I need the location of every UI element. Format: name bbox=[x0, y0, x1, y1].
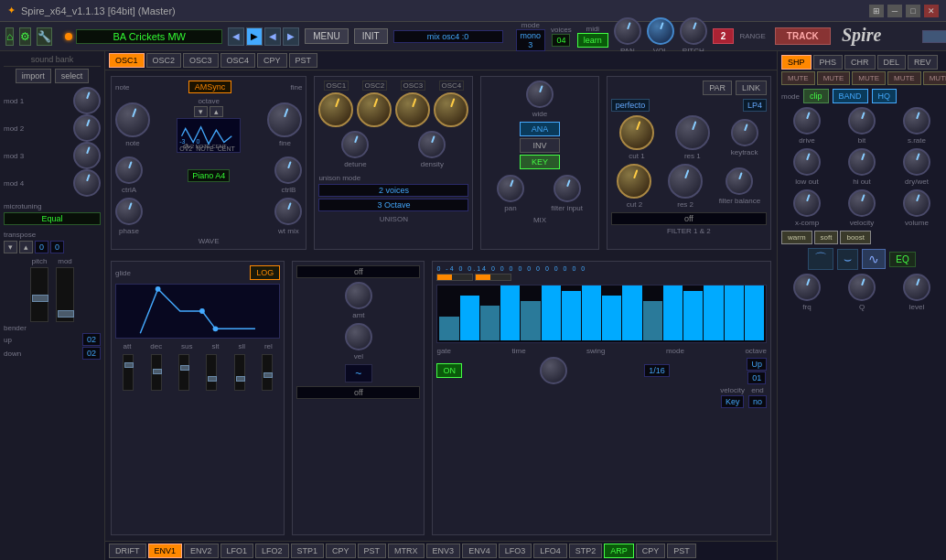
mute5-btn[interactable]: MUTE bbox=[923, 71, 946, 85]
soft-btn[interactable]: soft bbox=[814, 231, 839, 244]
transpose-down-btn[interactable]: ▾ bbox=[4, 241, 17, 253]
inv-btn[interactable]: INV bbox=[520, 138, 560, 153]
lfo2-tab[interactable]: LFO2 bbox=[255, 544, 289, 558]
arp-bar-9[interactable] bbox=[622, 285, 641, 340]
drive-knob[interactable] bbox=[793, 107, 821, 135]
mod2-knob[interactable] bbox=[73, 114, 101, 142]
log-btn[interactable]: LOG bbox=[250, 265, 280, 280]
filter-type2[interactable]: LP4 bbox=[743, 99, 767, 112]
frq-knob[interactable] bbox=[793, 274, 821, 301]
att-slider[interactable] bbox=[123, 354, 134, 391]
eq-btn[interactable]: EQ bbox=[889, 252, 915, 267]
wt-mix-knob[interactable] bbox=[274, 198, 302, 225]
lfo3-tab[interactable]: LFO3 bbox=[499, 544, 532, 558]
lfo-shape3-btn[interactable]: ∿ bbox=[862, 249, 886, 269]
res1-knob[interactable] bbox=[675, 115, 710, 150]
clip-btn[interactable]: clip bbox=[803, 89, 829, 103]
lfo-vel-knob[interactable] bbox=[345, 323, 372, 350]
minimize-btn[interactable]: ─ bbox=[887, 5, 902, 17]
arp-bar-10[interactable] bbox=[643, 301, 662, 340]
arp-bar-4[interactable] bbox=[521, 301, 540, 340]
bit-knob[interactable] bbox=[848, 107, 876, 135]
arp-bar-14[interactable] bbox=[725, 285, 744, 340]
wide-knob[interactable] bbox=[526, 81, 554, 108]
slt-slider[interactable] bbox=[206, 354, 217, 391]
cpy-bottom2-tab[interactable]: CPY bbox=[636, 544, 666, 558]
close-btn[interactable]: ✕ bbox=[924, 5, 939, 17]
track-btn[interactable]: TRACK bbox=[775, 27, 831, 45]
menu-button[interactable]: MENU bbox=[305, 28, 348, 44]
mute3-btn[interactable]: MUTE bbox=[852, 71, 886, 85]
hq-btn[interactable]: HQ bbox=[872, 89, 898, 103]
ctrlA-knob[interactable] bbox=[115, 156, 143, 184]
sus-slider[interactable] bbox=[178, 354, 189, 391]
select-btn[interactable]: select bbox=[55, 69, 90, 83]
osc3-level-knob[interactable] bbox=[395, 92, 430, 127]
cut1-knob[interactable] bbox=[619, 115, 654, 150]
dec-slider[interactable] bbox=[151, 354, 162, 391]
arp-bar-1[interactable] bbox=[460, 296, 479, 340]
mute1-btn[interactable]: MUTE bbox=[781, 71, 815, 85]
vol-knob[interactable] bbox=[647, 17, 674, 45]
lfo1-tab[interactable]: LFO1 bbox=[220, 544, 254, 558]
lfo-shape2-btn[interactable]: ⌣ bbox=[837, 249, 858, 270]
prev-preset-btn[interactable]: ◀ bbox=[228, 27, 244, 46]
del-tab[interactable]: DEL bbox=[877, 55, 907, 70]
arp-bar-12[interactable] bbox=[683, 291, 703, 340]
rel-slider[interactable] bbox=[262, 354, 273, 391]
prev-preset2-btn[interactable]: ◀ bbox=[264, 27, 281, 46]
octave-down-btn[interactable]: ▾ bbox=[194, 106, 208, 117]
mute4-btn[interactable]: MUTE bbox=[887, 71, 921, 85]
phase-knob[interactable] bbox=[115, 198, 143, 225]
boost-btn[interactable]: boost bbox=[840, 231, 871, 244]
osc4-tab[interactable]: OSC4 bbox=[220, 53, 256, 68]
midi-learn-btn[interactable]: learn bbox=[577, 33, 608, 48]
env2-tab[interactable]: ENV2 bbox=[184, 544, 219, 558]
mod4-knob[interactable] bbox=[73, 169, 101, 197]
keytrack-knob[interactable] bbox=[731, 119, 758, 146]
mute2-btn[interactable]: MUTE bbox=[817, 71, 851, 85]
warm-btn[interactable]: warm bbox=[781, 231, 812, 244]
par-btn[interactable]: PAR bbox=[703, 81, 732, 95]
ctrlB-knob[interactable] bbox=[274, 156, 302, 184]
balance-knob[interactable] bbox=[726, 167, 753, 195]
arp-bar-8[interactable] bbox=[602, 296, 621, 340]
cut2-knob[interactable] bbox=[617, 164, 651, 199]
next-preset-btn[interactable]: ▶ bbox=[246, 27, 263, 46]
note-knob[interactable] bbox=[115, 102, 150, 137]
low-out-knob[interactable] bbox=[793, 148, 821, 176]
arp-bar-2[interactable] bbox=[480, 306, 500, 340]
osc4-level-knob[interactable] bbox=[434, 92, 468, 127]
osc2-level-knob[interactable] bbox=[357, 92, 392, 127]
tool-icon-btn[interactable]: 🔧 bbox=[37, 27, 52, 46]
mod1-knob[interactable] bbox=[73, 87, 101, 114]
arp-bar-6[interactable] bbox=[562, 291, 581, 340]
res2-knob[interactable] bbox=[668, 164, 703, 199]
arp-bar-7[interactable] bbox=[582, 285, 601, 340]
velocity-fx-knob[interactable] bbox=[848, 189, 876, 217]
filter-input-knob[interactable] bbox=[554, 175, 581, 202]
arp-bar-15[interactable] bbox=[745, 285, 764, 340]
mtrx-tab[interactable]: MTRX bbox=[388, 544, 425, 558]
fine-knob[interactable] bbox=[267, 102, 302, 137]
drift-tab[interactable]: DRIFT bbox=[109, 544, 146, 558]
arp-tab[interactable]: ARP bbox=[604, 544, 634, 558]
q-knob[interactable] bbox=[848, 274, 876, 301]
filter-type1[interactable]: perfecto bbox=[611, 99, 650, 112]
arp-bar-5[interactable] bbox=[542, 285, 561, 340]
cpy-bottom-tab[interactable]: CPY bbox=[326, 544, 356, 558]
home-icon-btn[interactable]: ⌂ bbox=[5, 27, 14, 46]
grid-btn[interactable]: ⊞ bbox=[869, 5, 884, 17]
sll-slider[interactable] bbox=[234, 354, 245, 391]
density-knob[interactable] bbox=[418, 131, 446, 158]
arp-bar-0[interactable] bbox=[439, 317, 458, 340]
phs-tab[interactable]: PHS bbox=[813, 55, 844, 70]
lfo-shape1-btn[interactable]: ⌒ bbox=[808, 248, 833, 270]
pan-knob[interactable] bbox=[614, 17, 641, 45]
init-button[interactable]: INIT bbox=[354, 28, 388, 44]
maximize-btn[interactable]: □ bbox=[906, 5, 920, 17]
env1-tab[interactable]: ENV1 bbox=[148, 544, 183, 558]
lfo4-tab[interactable]: LFO4 bbox=[533, 544, 567, 558]
mod3-knob[interactable] bbox=[73, 142, 101, 169]
osc1-tab[interactable]: OSC1 bbox=[109, 53, 145, 68]
